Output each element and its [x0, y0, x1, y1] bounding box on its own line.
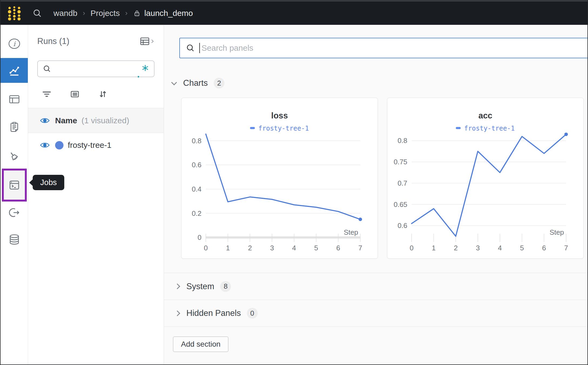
- svg-text:6: 6: [336, 244, 340, 252]
- chevron-right-icon: [150, 39, 154, 43]
- group-list-icon[interactable]: [70, 89, 80, 99]
- breadcrumb-projects[interactable]: Projects: [90, 9, 120, 18]
- sidebar-item-reports[interactable]: [1, 115, 28, 139]
- svg-text:2: 2: [248, 244, 252, 252]
- add-section-button[interactable]: Add section: [173, 336, 229, 352]
- svg-text:4: 4: [498, 244, 502, 252]
- run-color-dot: [55, 141, 63, 149]
- sidebar-item-sweeps[interactable]: [1, 144, 28, 169]
- search-panels-input[interactable]: Search panels: [179, 38, 587, 58]
- svg-text:i: i: [13, 40, 16, 48]
- svg-text:0.6: 0.6: [398, 222, 407, 229]
- system-section-row[interactable]: System 8: [164, 273, 587, 300]
- hidden-panels-count-badge: 0: [247, 308, 258, 319]
- svg-text:1: 1: [226, 244, 230, 252]
- breadcrumb-org[interactable]: wandb: [53, 9, 77, 18]
- svg-text:0.2: 0.2: [192, 210, 201, 217]
- section-label-hidden-panels: Hidden Panels: [186, 308, 241, 318]
- visibility-eye-icon[interactable]: [40, 142, 50, 149]
- search-icon: [43, 64, 51, 73]
- workspace-main: Search panels Charts 2 lossfrosty-tree-1…: [164, 25, 587, 364]
- runs-header-row: Name (1 visualized): [28, 108, 164, 133]
- visibility-eye-icon[interactable]: [40, 117, 50, 124]
- svg-text:Step: Step: [550, 228, 564, 236]
- svg-text:0.8: 0.8: [192, 137, 201, 145]
- runs-search-input[interactable]: .*: [37, 60, 154, 77]
- svg-text:0: 0: [204, 244, 208, 252]
- table-icon: [139, 36, 150, 47]
- svg-text:7: 7: [564, 244, 568, 252]
- launch-arrow-icon: [8, 206, 21, 219]
- runs-column-header: Name: [55, 116, 77, 125]
- charts-count-badge: 2: [214, 78, 224, 88]
- chevron-down-icon[interactable]: [171, 80, 177, 85]
- svg-text:5: 5: [520, 244, 524, 252]
- breadcrumb-project[interactable]: launch_demo: [133, 9, 193, 18]
- svg-text:0.75: 0.75: [394, 158, 407, 166]
- svg-text:0.6: 0.6: [192, 161, 201, 169]
- svg-text:6: 6: [542, 244, 546, 252]
- jobs-tooltip: Jobs: [33, 175, 64, 190]
- svg-text:0: 0: [410, 244, 414, 252]
- svg-text:5: 5: [314, 244, 318, 252]
- breadcrumb: wandb › Projects › launch_demo: [53, 9, 193, 18]
- runs-panel-title: Runs (1): [37, 36, 69, 46]
- sidebar-item-jobs[interactable]: [2, 169, 27, 202]
- svg-text:acc: acc: [478, 111, 492, 120]
- svg-text:3: 3: [476, 244, 480, 252]
- search-panels-placeholder: Search panels: [201, 43, 253, 53]
- database-icon: [8, 233, 21, 246]
- wandb-logo[interactable]: [6, 5, 22, 21]
- filter-icon[interactable]: [42, 89, 52, 99]
- svg-text:frosty-tree-1: frosty-tree-1: [258, 125, 309, 132]
- table-icon: [8, 93, 21, 105]
- chevron-right-icon[interactable]: [174, 284, 180, 289]
- svg-text:0.8: 0.8: [398, 137, 407, 144]
- app-window: wandb › Projects › launch_demo i: [0, 0, 588, 365]
- expand-runs-table-button[interactable]: [139, 36, 154, 47]
- project-name: launch_demo: [144, 9, 193, 18]
- section-label-charts: Charts: [183, 78, 208, 88]
- info-icon: i: [8, 37, 21, 50]
- sidebar: i: [1, 25, 28, 364]
- body: i: [1, 25, 587, 364]
- charts-section-header: Charts 2: [172, 77, 587, 89]
- acc-chart-panel[interactable]: accfrosty-tree-10.60.650.70.750.80123456…: [387, 98, 584, 259]
- svg-text:3: 3: [270, 244, 274, 252]
- charts-grid: lossfrosty-tree-100.20.40.60.801234567St…: [181, 98, 587, 259]
- sidebar-item-artifacts[interactable]: [1, 227, 28, 252]
- sidebar-item-launch[interactable]: [1, 200, 28, 225]
- svg-text:0.65: 0.65: [394, 201, 407, 208]
- svg-text:4: 4: [292, 244, 296, 252]
- section-label-system: System: [186, 282, 214, 291]
- line-chart-icon: [8, 64, 21, 77]
- clipboard-icon: [8, 121, 21, 133]
- svg-text:2: 2: [454, 244, 458, 252]
- regex-star: *: [141, 66, 149, 74]
- search-icon: [186, 43, 195, 53]
- sidebar-item-workspace[interactable]: [1, 58, 28, 83]
- broom-icon: [8, 150, 21, 163]
- svg-text:frosty-tree-1: frosty-tree-1: [464, 125, 515, 132]
- svg-text:loss: loss: [271, 111, 288, 120]
- sidebar-item-overview[interactable]: i: [1, 31, 28, 56]
- svg-text:0.4: 0.4: [192, 185, 201, 193]
- global-search-icon[interactable]: [32, 8, 42, 18]
- svg-text:1: 1: [432, 244, 435, 252]
- lock-icon: [133, 9, 141, 17]
- chevron-right-icon[interactable]: [174, 310, 180, 316]
- breadcrumb-separator: ›: [125, 9, 127, 17]
- sort-icon[interactable]: [98, 89, 108, 99]
- svg-text:0.7: 0.7: [398, 179, 407, 187]
- runs-panel: Runs (1) .*: [28, 25, 164, 364]
- svg-text:Step: Step: [344, 228, 358, 236]
- hidden-panels-section-row[interactable]: Hidden Panels 0: [164, 300, 587, 327]
- sidebar-item-runs-table[interactable]: [1, 87, 28, 112]
- regex-toggle-button[interactable]: .*: [135, 63, 149, 74]
- svg-text:7: 7: [358, 244, 362, 252]
- run-row[interactable]: frosty-tree-1: [28, 133, 164, 157]
- topbar: wandb › Projects › launch_demo: [1, 1, 587, 25]
- svg-text:0: 0: [198, 234, 201, 241]
- run-name[interactable]: frosty-tree-1: [68, 141, 112, 150]
- loss-chart-panel[interactable]: lossfrosty-tree-100.20.40.60.801234567St…: [181, 98, 378, 259]
